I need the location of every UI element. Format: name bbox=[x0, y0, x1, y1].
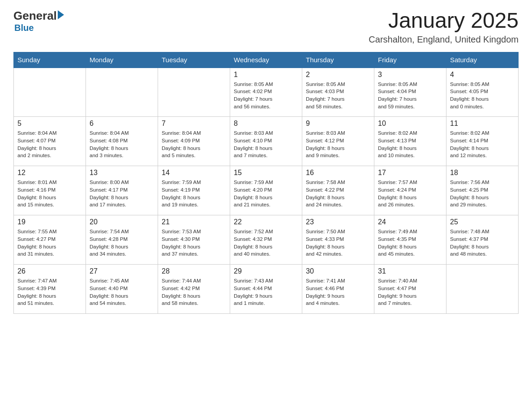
logo-blue-text: Blue bbox=[14, 23, 64, 33]
calendar-cell: 26Sunrise: 7:47 AM Sunset: 4:39 PM Dayli… bbox=[14, 265, 86, 314]
weekday-header-monday: Monday bbox=[86, 52, 158, 68]
calendar-cell bbox=[158, 68, 230, 117]
day-number: 9 bbox=[306, 120, 370, 128]
day-number: 11 bbox=[450, 120, 515, 128]
day-number: 24 bbox=[378, 218, 442, 226]
day-info: Sunrise: 7:45 AM Sunset: 4:40 PM Dayligh… bbox=[90, 277, 154, 307]
day-info: Sunrise: 8:03 AM Sunset: 4:12 PM Dayligh… bbox=[306, 129, 370, 159]
day-number: 13 bbox=[90, 169, 154, 177]
day-number: 31 bbox=[378, 267, 442, 275]
calendar-cell: 17Sunrise: 7:57 AM Sunset: 4:24 PM Dayli… bbox=[374, 166, 446, 215]
day-info: Sunrise: 8:04 AM Sunset: 4:07 PM Dayligh… bbox=[17, 129, 82, 159]
logo-general-text: General bbox=[13, 9, 57, 23]
day-number: 28 bbox=[162, 267, 226, 275]
calendar-cell: 7Sunrise: 8:04 AM Sunset: 4:09 PM Daylig… bbox=[158, 117, 230, 166]
day-info: Sunrise: 7:50 AM Sunset: 4:33 PM Dayligh… bbox=[306, 228, 370, 258]
day-info: Sunrise: 7:40 AM Sunset: 4:47 PM Dayligh… bbox=[378, 277, 442, 307]
weekday-header-saturday: Saturday bbox=[446, 52, 519, 68]
day-info: Sunrise: 7:58 AM Sunset: 4:22 PM Dayligh… bbox=[306, 179, 370, 209]
day-info: Sunrise: 7:47 AM Sunset: 4:39 PM Dayligh… bbox=[17, 277, 82, 307]
calendar-cell bbox=[14, 68, 86, 117]
day-number: 6 bbox=[90, 120, 154, 128]
calendar-cell: 15Sunrise: 7:59 AM Sunset: 4:20 PM Dayli… bbox=[230, 166, 302, 215]
day-info: Sunrise: 8:05 AM Sunset: 4:04 PM Dayligh… bbox=[378, 81, 442, 111]
day-number: 30 bbox=[306, 267, 370, 275]
day-number: 22 bbox=[234, 218, 298, 226]
day-number: 15 bbox=[234, 169, 298, 177]
calendar-subtitle: Carshalton, England, United Kingdom bbox=[369, 34, 519, 45]
day-number: 18 bbox=[450, 169, 515, 177]
day-number: 29 bbox=[234, 267, 298, 275]
day-info: Sunrise: 7:59 AM Sunset: 4:19 PM Dayligh… bbox=[162, 179, 226, 209]
calendar-cell: 3Sunrise: 8:05 AM Sunset: 4:04 PM Daylig… bbox=[374, 68, 446, 117]
calendar-cell: 22Sunrise: 7:52 AM Sunset: 4:32 PM Dayli… bbox=[230, 215, 302, 265]
day-info: Sunrise: 8:05 AM Sunset: 4:05 PM Dayligh… bbox=[450, 81, 515, 111]
calendar-cell: 13Sunrise: 8:00 AM Sunset: 4:17 PM Dayli… bbox=[86, 166, 158, 215]
calendar-title: January 2025 bbox=[369, 9, 519, 33]
day-info: Sunrise: 8:04 AM Sunset: 4:09 PM Dayligh… bbox=[162, 129, 226, 159]
weekday-header-sunday: Sunday bbox=[14, 52, 86, 68]
calendar-cell: 12Sunrise: 8:01 AM Sunset: 4:16 PM Dayli… bbox=[14, 166, 86, 215]
calendar-cell: 14Sunrise: 7:59 AM Sunset: 4:19 PM Dayli… bbox=[158, 166, 230, 215]
day-info: Sunrise: 8:05 AM Sunset: 4:02 PM Dayligh… bbox=[234, 81, 298, 111]
logo: General Blue bbox=[13, 9, 64, 33]
day-number: 1 bbox=[234, 71, 298, 79]
calendar-week-row: 26Sunrise: 7:47 AM Sunset: 4:39 PM Dayli… bbox=[14, 265, 519, 314]
calendar-cell: 4Sunrise: 8:05 AM Sunset: 4:05 PM Daylig… bbox=[446, 68, 519, 117]
day-info: Sunrise: 8:03 AM Sunset: 4:10 PM Dayligh… bbox=[234, 129, 298, 159]
day-info: Sunrise: 7:41 AM Sunset: 4:46 PM Dayligh… bbox=[306, 277, 370, 307]
day-info: Sunrise: 7:53 AM Sunset: 4:30 PM Dayligh… bbox=[162, 228, 226, 258]
calendar-cell: 6Sunrise: 8:04 AM Sunset: 4:08 PM Daylig… bbox=[86, 117, 158, 166]
calendar-cell: 2Sunrise: 8:05 AM Sunset: 4:03 PM Daylig… bbox=[302, 68, 374, 117]
day-info: Sunrise: 7:44 AM Sunset: 4:42 PM Dayligh… bbox=[162, 277, 226, 307]
calendar-cell: 8Sunrise: 8:03 AM Sunset: 4:10 PM Daylig… bbox=[230, 117, 302, 166]
day-info: Sunrise: 7:48 AM Sunset: 4:37 PM Dayligh… bbox=[450, 228, 515, 258]
day-number: 19 bbox=[17, 218, 82, 226]
calendar-week-row: 19Sunrise: 7:55 AM Sunset: 4:27 PM Dayli… bbox=[14, 215, 519, 265]
calendar-cell: 16Sunrise: 7:58 AM Sunset: 4:22 PM Dayli… bbox=[302, 166, 374, 215]
day-number: 7 bbox=[162, 120, 226, 128]
day-number: 8 bbox=[234, 120, 298, 128]
logo-arrow-icon bbox=[58, 10, 64, 19]
day-info: Sunrise: 8:02 AM Sunset: 4:14 PM Dayligh… bbox=[450, 129, 515, 159]
day-number: 16 bbox=[306, 169, 370, 177]
calendar-week-row: 5Sunrise: 8:04 AM Sunset: 4:07 PM Daylig… bbox=[14, 117, 519, 166]
day-info: Sunrise: 7:43 AM Sunset: 4:44 PM Dayligh… bbox=[234, 277, 298, 307]
day-info: Sunrise: 7:54 AM Sunset: 4:28 PM Dayligh… bbox=[90, 228, 154, 258]
calendar-cell: 11Sunrise: 8:02 AM Sunset: 4:14 PM Dayli… bbox=[446, 117, 519, 166]
day-info: Sunrise: 7:56 AM Sunset: 4:25 PM Dayligh… bbox=[450, 179, 515, 209]
day-number: 4 bbox=[450, 71, 515, 79]
day-number: 10 bbox=[378, 120, 442, 128]
day-info: Sunrise: 8:01 AM Sunset: 4:16 PM Dayligh… bbox=[17, 179, 82, 209]
calendar-cell: 30Sunrise: 7:41 AM Sunset: 4:46 PM Dayli… bbox=[302, 265, 374, 314]
calendar-cell: 1Sunrise: 8:05 AM Sunset: 4:02 PM Daylig… bbox=[230, 68, 302, 117]
weekday-header-row: SundayMondayTuesdayWednesdayThursdayFrid… bbox=[14, 52, 519, 68]
day-number: 2 bbox=[306, 71, 370, 79]
calendar-cell: 9Sunrise: 8:03 AM Sunset: 4:12 PM Daylig… bbox=[302, 117, 374, 166]
calendar-week-row: 12Sunrise: 8:01 AM Sunset: 4:16 PM Dayli… bbox=[14, 166, 519, 215]
calendar-cell bbox=[86, 68, 158, 117]
day-number: 20 bbox=[90, 218, 154, 226]
day-number: 12 bbox=[17, 169, 82, 177]
day-info: Sunrise: 8:00 AM Sunset: 4:17 PM Dayligh… bbox=[90, 179, 154, 209]
calendar-cell: 28Sunrise: 7:44 AM Sunset: 4:42 PM Dayli… bbox=[158, 265, 230, 314]
calendar-cell: 31Sunrise: 7:40 AM Sunset: 4:47 PM Dayli… bbox=[374, 265, 446, 314]
calendar-cell: 18Sunrise: 7:56 AM Sunset: 4:25 PM Dayli… bbox=[446, 166, 519, 215]
day-info: Sunrise: 8:04 AM Sunset: 4:08 PM Dayligh… bbox=[90, 129, 154, 159]
day-number: 26 bbox=[17, 267, 82, 275]
calendar-cell: 5Sunrise: 8:04 AM Sunset: 4:07 PM Daylig… bbox=[14, 117, 86, 166]
calendar-week-row: 1Sunrise: 8:05 AM Sunset: 4:02 PM Daylig… bbox=[14, 68, 519, 117]
calendar-title-area: January 2025 Carshalton, England, United… bbox=[369, 9, 519, 45]
day-number: 5 bbox=[17, 120, 82, 128]
day-number: 21 bbox=[162, 218, 226, 226]
page-header: General Blue January 2025 Carshalton, En… bbox=[13, 9, 519, 45]
day-number: 23 bbox=[306, 218, 370, 226]
calendar-cell: 24Sunrise: 7:49 AM Sunset: 4:35 PM Dayli… bbox=[374, 215, 446, 265]
day-info: Sunrise: 7:49 AM Sunset: 4:35 PM Dayligh… bbox=[378, 228, 442, 258]
day-number: 3 bbox=[378, 71, 442, 79]
calendar-cell: 10Sunrise: 8:02 AM Sunset: 4:13 PM Dayli… bbox=[374, 117, 446, 166]
calendar-cell: 27Sunrise: 7:45 AM Sunset: 4:40 PM Dayli… bbox=[86, 265, 158, 314]
day-info: Sunrise: 7:55 AM Sunset: 4:27 PM Dayligh… bbox=[17, 228, 82, 258]
calendar-cell bbox=[446, 265, 519, 314]
day-info: Sunrise: 8:02 AM Sunset: 4:13 PM Dayligh… bbox=[378, 129, 442, 159]
